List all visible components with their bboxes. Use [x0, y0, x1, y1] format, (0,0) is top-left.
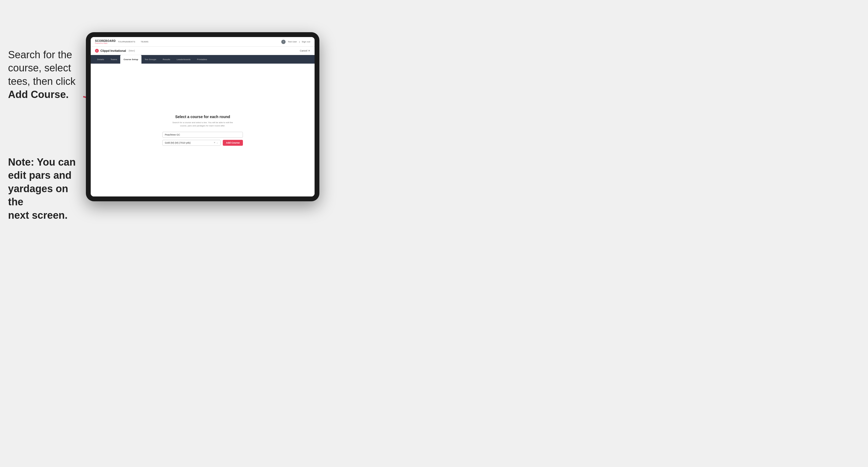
note-line4: next screen. [8, 210, 68, 221]
user-area: T Test User | Sign out [281, 40, 310, 44]
tournament-title: C Clippd Invitational (Men) [95, 49, 135, 53]
tab-results[interactable]: Results [159, 55, 174, 64]
tournament-header: C Clippd Invitational (Men) Cancel ✕ [91, 47, 315, 55]
tee-select-row: Gold (M) (M) (7010 yds) ✕ ⌄ Add Course [162, 140, 243, 146]
tee-select-controls: ✕ ⌄ [214, 142, 218, 144]
panel-title: Select a course for each round [175, 115, 230, 119]
panel-desc-line2: course, pars and yardages for each round… [180, 125, 225, 127]
course-setup-panel: Select a course for each round Search fo… [162, 115, 243, 146]
logo-sub: Powered by clippd [95, 42, 116, 44]
logo-text: SCOREBOARD [95, 40, 116, 42]
tournament-gender: (Men) [129, 50, 135, 52]
tab-teams[interactable]: Teams [107, 55, 121, 64]
nav-tournaments[interactable]: TOURNAMENTS [118, 40, 135, 43]
tournament-icon: C [95, 49, 99, 53]
tee-select[interactable]: Gold (M) (M) (7010 yds) ✕ ⌄ [162, 140, 221, 146]
note-line3: yardages on the [8, 183, 68, 208]
tab-course-setup[interactable]: Course Setup [120, 55, 141, 64]
tab-printables[interactable]: Printables [194, 55, 210, 64]
annotation-line2: course, select [8, 62, 71, 73]
main-content: Select a course for each round Search fo… [91, 64, 315, 196]
nav-separator: | [299, 40, 300, 43]
course-search-input[interactable] [162, 132, 243, 138]
annotation-line1: Search for the [8, 49, 72, 60]
chevron-icon[interactable]: ⌄ [216, 142, 218, 144]
nav-links: TOURNAMENTS TEAMS [118, 40, 148, 43]
cancel-icon: ✕ [308, 50, 310, 52]
nav-teams[interactable]: TEAMS [141, 40, 148, 43]
clear-icon[interactable]: ✕ [214, 142, 216, 144]
annotation-main: Search for the course, select tees, then… [8, 48, 81, 101]
annotation-line3: tees, then click [8, 76, 75, 87]
sign-out-link[interactable]: Sign out [302, 40, 310, 43]
panel-description: Search for a course and select a tee. Yo… [172, 121, 233, 127]
cancel-button[interactable]: Cancel ✕ [300, 50, 310, 52]
tablet-frame: SCOREBOARD Powered by clippd TOURNAMENTS… [86, 32, 319, 201]
note-line1: Note: You can [8, 156, 76, 168]
annotation-bold: Add Course. [8, 89, 69, 100]
tab-tee-groups[interactable]: Tee Groups [142, 55, 159, 64]
note-line2: edit pars and [8, 169, 72, 181]
annotation-note: Note: You can edit pars and yardages on … [8, 156, 81, 222]
tab-details[interactable]: Details [94, 55, 107, 64]
tab-leaderboards[interactable]: Leaderboards [174, 55, 194, 64]
top-nav: SCOREBOARD Powered by clippd TOURNAMENTS… [91, 37, 315, 47]
tablet-screen: SCOREBOARD Powered by clippd TOURNAMENTS… [91, 37, 315, 196]
user-label: Test User [288, 40, 297, 43]
tournament-name: Clippd Invitational [100, 49, 126, 52]
logo-area: SCOREBOARD Powered by clippd TOURNAMENTS… [95, 40, 148, 44]
user-avatar: T [281, 40, 286, 44]
add-course-button[interactable]: Add Course [223, 140, 243, 146]
panel-desc-line1: Search for a course and select a tee. Yo… [172, 121, 233, 124]
logo-block: SCOREBOARD Powered by clippd [95, 40, 116, 44]
tab-bar: Details Teams Course Setup Tee Groups Re… [91, 55, 315, 64]
tee-value-label: Gold (M) (M) (7010 yds) [165, 142, 191, 144]
